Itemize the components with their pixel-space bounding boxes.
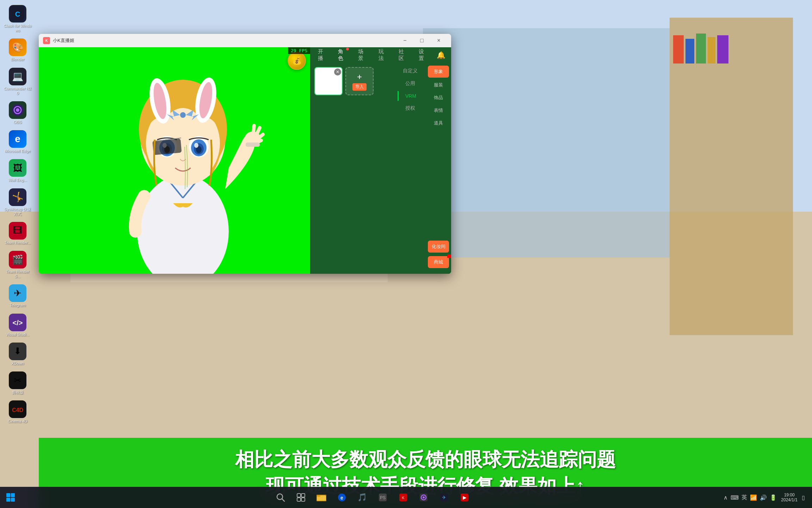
svg-line-46 (253, 126, 254, 132)
taskbar-icon-10[interactable]: ▶ (456, 489, 473, 506)
side-categories: 形象 服装 饰品 表情 道具 化妆间 (426, 63, 451, 274)
taskbar-icon-6[interactable]: PS (374, 489, 392, 506)
sidebar-item-teamrender2[interactable]: 🎬 Team Render S... (2, 249, 33, 281)
taskbar-center: e 🎵 PS K ✈ ▶ (21, 489, 724, 506)
shop-btn-side[interactable]: 商城 (428, 256, 449, 268)
nav-scene[interactable]: 场景 (353, 47, 372, 64)
kdenlive-label: 剪映版 (12, 390, 24, 395)
svg-text:PS: PS (380, 495, 386, 500)
mid-cat-custom[interactable]: 自定义 (398, 66, 423, 76)
svg-rect-4 (670, 18, 793, 335)
taskbar-icon-8[interactable] (415, 489, 432, 506)
taskbar: e 🎵 PS K ✈ ▶ ∧ ⌨ 英 (0, 487, 812, 508)
char-card-active[interactable]: ✕ (314, 67, 343, 95)
taskbar-explorer[interactable] (313, 489, 330, 506)
sidebar-item-xdown[interactable]: ⬇ XDown (2, 340, 33, 368)
teamrender-icon: 🎞 (9, 222, 26, 240)
app-window: K 小K直播姬 − □ × 💰 29 FPS (39, 34, 451, 274)
tray-network-icon[interactable]: 📶 (750, 494, 757, 501)
sidebar-item-edge[interactable]: e Microsoft Edge (2, 128, 33, 156)
cosmetics-btn-side[interactable]: 化妆间 (428, 241, 449, 253)
shop-badge (447, 254, 451, 258)
coin-icon[interactable]: 💰 (288, 52, 306, 70)
character-cards-row: ✕ + 导入 (314, 67, 392, 95)
edge-label: Microsoft Edge (5, 149, 30, 153)
minimize-button[interactable]: − (397, 35, 413, 46)
obs-icon (9, 101, 26, 119)
mid-cat-auth[interactable]: 授权 (398, 103, 423, 114)
svg-rect-57 (297, 494, 301, 497)
sidebar-item-vscode[interactable]: </> Visual Studi... (2, 312, 33, 339)
taskbar-icon-9[interactable]: ✈ (435, 489, 453, 506)
category-clothing[interactable]: 服装 (432, 80, 445, 90)
svg-rect-60 (301, 498, 305, 501)
sidebar-item-commandn[interactable]: 💻 Commander N20 (2, 66, 33, 98)
sidebar-item-telegram[interactable]: ✈ Telegram (2, 282, 33, 310)
taskbar-icon-7[interactable]: K (394, 489, 412, 506)
svg-text:✈: ✈ (442, 495, 446, 500)
clock-date: 2024/1/1 (781, 497, 798, 502)
tray-lang-icon[interactable]: 英 (742, 494, 747, 501)
import-label[interactable]: 导入 (352, 83, 367, 91)
char-card-delete[interactable]: ✕ (334, 68, 341, 75)
svg-point-14 (16, 108, 19, 112)
wall-icon: 🖼 (9, 159, 26, 177)
nav-bell[interactable]: 🔔 (434, 49, 448, 61)
category-figure[interactable]: 形象 (428, 66, 449, 78)
tray-up-icon[interactable]: ∧ (724, 494, 728, 501)
sidebar-item-obs[interactable]: OBS (2, 99, 33, 127)
sidebar-item-teamrender[interactable]: 🎞 Team Render... (2, 220, 33, 247)
add-plus-icon: + (357, 72, 362, 82)
characters-area: ✕ + 导入 (310, 63, 396, 274)
svg-rect-53 (6, 498, 10, 502)
title-bar-controls: − □ × (397, 35, 447, 46)
svg-rect-51 (6, 493, 10, 497)
sidebar-item-clash[interactable]: C Clash for Windows (2, 3, 33, 35)
maximize-button[interactable]: □ (414, 35, 430, 46)
sidebar-item-c4d[interactable]: C4D Cinema 4D (2, 398, 33, 426)
desktop: C Clash for Windows 🎨 Blender 💻 Commande… (0, 0, 812, 508)
taskbar-search[interactable] (272, 489, 289, 506)
clash-label: Clash for Windows (4, 24, 32, 33)
taskbar-taskview[interactable] (292, 489, 310, 506)
nav-character[interactable]: 角色 (333, 47, 352, 64)
vscode-label: Visual Studi... (6, 332, 29, 337)
close-button[interactable]: × (431, 35, 447, 46)
character-svg (98, 62, 267, 274)
mid-cat-public[interactable]: 公用 (398, 78, 423, 89)
category-props[interactable]: 道具 (432, 118, 445, 128)
teamrender-label: Team Render... (5, 241, 31, 245)
mid-cat-vrm[interactable]: VRM (398, 91, 423, 101)
svg-rect-3 (423, 28, 670, 258)
tray-keyboard-icon[interactable]: ⌨ (731, 494, 739, 501)
title-bar: K 小K直播姬 − □ × (39, 34, 451, 47)
right-panel: 开播 角色 场景 玩法 社区 设置 (310, 47, 451, 274)
category-accessories[interactable]: 饰品 (432, 92, 445, 103)
xdown-icon: ⬇ (9, 343, 26, 360)
nav-live[interactable]: 开播 (313, 47, 332, 64)
tray-volume-icon[interactable]: 🔊 (760, 494, 767, 501)
sidebar-item-blender[interactable]: 🎨 Blender (2, 36, 33, 64)
mid-categories: 自定义 公用 VRM 授权 (396, 63, 424, 274)
commandn-icon: 💻 (9, 68, 26, 85)
sidebar-item-kdenlive[interactable]: ✂ 剪映版 (2, 369, 33, 397)
svg-rect-62 (317, 495, 320, 497)
sidebar-item-wall[interactable]: 🖼 Wall Eng... (2, 157, 33, 185)
show-desktop-icon[interactable]: ▯ (802, 494, 805, 501)
taskbar-edge[interactable]: e (333, 489, 351, 506)
char-card-add[interactable]: + 导入 (345, 67, 374, 95)
wall-label: Wall Eng... (8, 178, 27, 182)
clock-time: 19:00 (781, 492, 798, 497)
svg-line-56 (282, 499, 284, 501)
nav-play[interactable]: 玩法 (374, 47, 392, 64)
nav-settings[interactable]: 设置 (414, 47, 432, 64)
start-button[interactable] (0, 487, 21, 508)
vscode-icon: </> (9, 314, 26, 331)
sidebar-item-sysmocap[interactable]: 🤸 SysMocap 快速方式 (2, 186, 33, 218)
tray-battery-icon[interactable]: 🔋 (770, 494, 777, 501)
nav-community[interactable]: 社区 (394, 47, 412, 64)
category-expression[interactable]: 表情 (432, 105, 445, 116)
time-block[interactable]: 19:00 2024/1/1 (781, 492, 798, 502)
taskbar-icon-5[interactable]: 🎵 (353, 489, 371, 506)
teamrender2-icon: 🎬 (9, 251, 26, 268)
